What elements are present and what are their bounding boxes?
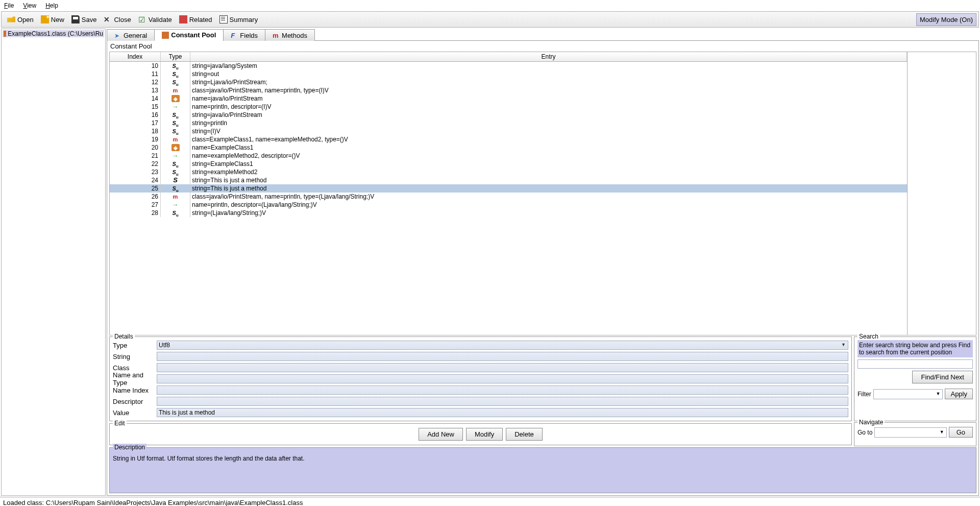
table-side-gap <box>908 52 976 335</box>
open-icon <box>7 15 15 23</box>
close-button[interactable]: Close <box>100 13 134 26</box>
delete-button[interactable]: Delete <box>506 428 543 441</box>
menubar: File View Help <box>0 0 980 11</box>
row-index: 11 <box>110 70 161 78</box>
table-row[interactable]: 14name=java/io/PrintStream <box>110 94 907 103</box>
apply-button[interactable]: Apply <box>945 389 973 399</box>
add-new-button[interactable]: Add New <box>419 428 463 441</box>
row-entry: class=java/io/PrintStream, name=println,… <box>190 192 907 201</box>
search-input[interactable] <box>857 359 973 369</box>
header-entry[interactable]: Entry <box>190 52 907 61</box>
row-type <box>161 143 190 152</box>
table-row[interactable]: 20name=ExampleClass1 <box>110 143 907 152</box>
class-icon <box>4 31 6 37</box>
new-button[interactable]: New <box>37 13 68 26</box>
row-type <box>161 70 190 78</box>
description-label: Description <box>113 444 146 451</box>
close-icon <box>104 15 112 23</box>
name-index-field[interactable] <box>157 385 848 395</box>
row-type <box>161 103 190 111</box>
details-label: Details <box>113 333 135 340</box>
tab-fields[interactable]: Fields <box>223 29 265 41</box>
save-icon <box>71 15 80 23</box>
tab-methods[interactable]: Methods <box>265 29 315 41</box>
open-button[interactable]: Open <box>4 13 37 26</box>
search-label: Search <box>857 333 880 340</box>
search-hint: Enter search string below and press Find… <box>857 340 973 357</box>
tree-item[interactable]: ExampleClass1.class (C:\Users\Ru <box>3 30 104 37</box>
table-row[interactable]: 17string=println <box>110 119 907 127</box>
find-button[interactable]: Find/Find Next <box>912 371 973 383</box>
type-icon <box>172 144 180 151</box>
descriptor-field[interactable] <box>157 397 848 406</box>
go-button[interactable]: Go <box>949 427 973 438</box>
value-label: Value <box>113 409 157 417</box>
table-row[interactable]: 24string=This is just a method <box>110 176 907 184</box>
filter-combo[interactable] <box>873 389 943 399</box>
save-button[interactable]: Save <box>68 13 101 26</box>
row-type <box>161 94 190 103</box>
general-icon <box>114 32 121 39</box>
table-row[interactable]: 10string=java/lang/System <box>110 62 907 70</box>
file-tree[interactable]: ExampleClass1.class (C:\Users\Ru <box>1 29 106 496</box>
table-row[interactable]: 21name=exampleMethod2, descriptor=()V <box>110 152 907 160</box>
table-row[interactable]: 26class=java/io/PrintStream, name=printl… <box>110 192 907 201</box>
table-row[interactable]: 19class=ExampleClass1, name=exampleMetho… <box>110 135 907 143</box>
goto-combo[interactable] <box>874 427 946 438</box>
constant-pool-table[interactable]: Index Type Entry 10string=java/lang/Syst… <box>109 52 908 335</box>
type-icon <box>172 103 180 110</box>
row-index: 24 <box>110 176 161 184</box>
row-type <box>161 209 190 217</box>
table-row[interactable]: 13class=java/io/PrintStream, name=printl… <box>110 86 907 94</box>
menu-view[interactable]: View <box>23 2 36 9</box>
row-entry: string=Ljava/io/PrintStream; <box>190 78 907 86</box>
table-row[interactable]: 15name=println, descriptor=(I)V <box>110 103 907 111</box>
name-and-type-field[interactable] <box>157 374 848 383</box>
status-bar: Loaded class: C:\Users\Rupam Saini\IdeaP… <box>0 497 980 506</box>
summary-button[interactable]: Summary <box>216 13 262 26</box>
row-type <box>161 201 190 209</box>
check-icon <box>138 15 146 23</box>
navigate-label: Navigate <box>857 419 885 426</box>
table-row[interactable]: 27name=println, descriptor=(Ljava/lang/S… <box>110 201 907 209</box>
tab-general[interactable]: General <box>107 29 155 41</box>
row-entry: string=This is just a method <box>190 176 907 184</box>
table-row[interactable]: 23string=exampleMethod2 <box>110 168 907 176</box>
modify-button[interactable]: Modify <box>466 428 503 441</box>
edit-label: Edit <box>113 420 127 427</box>
modify-mode-button[interactable]: Modify Mode (On) <box>916 13 976 26</box>
string-field[interactable] <box>157 352 848 361</box>
summary-icon <box>219 15 228 23</box>
menu-help[interactable]: Help <box>45 2 58 9</box>
row-entry: string=out <box>190 70 907 78</box>
tabs: General Constant Pool Fields Methods <box>107 29 979 41</box>
methods-icon <box>273 32 280 39</box>
type-icon <box>172 62 180 69</box>
row-index: 27 <box>110 201 161 209</box>
table-row[interactable]: 12string=Ljava/io/PrintStream; <box>110 78 907 86</box>
table-row[interactable]: 16string=java/io/PrintStream <box>110 111 907 119</box>
table-row[interactable]: 11string=out <box>110 70 907 78</box>
name-index-label: Name Index <box>113 387 157 394</box>
class-field[interactable] <box>157 363 848 372</box>
table-row[interactable]: 25string=This is just a method <box>110 184 907 192</box>
row-entry: class=java/io/PrintStream, name=println,… <box>190 86 907 94</box>
menu-file[interactable]: File <box>4 2 14 9</box>
new-icon <box>41 15 49 23</box>
row-index: 12 <box>110 78 161 86</box>
related-button[interactable]: Related <box>176 13 216 26</box>
value-field[interactable]: This is just a method <box>157 408 848 417</box>
table-row[interactable]: 18string=(I)V <box>110 127 907 135</box>
row-type <box>161 176 190 184</box>
table-row[interactable]: 22string=ExampleClass1 <box>110 160 907 168</box>
row-entry: name=ExampleClass1 <box>190 143 907 152</box>
tab-constant-pool[interactable]: Constant Pool <box>154 29 224 41</box>
type-combo[interactable]: Utf8 <box>157 341 848 350</box>
validate-button[interactable]: Validate <box>135 13 176 26</box>
description-panel: Description String in Utf format. Utf fo… <box>109 447 976 493</box>
row-index: 26 <box>110 192 161 201</box>
header-type[interactable]: Type <box>161 52 190 61</box>
header-index[interactable]: Index <box>110 52 161 61</box>
string-label: String <box>113 353 157 360</box>
table-row[interactable]: 28string=(Ljava/lang/String;)V <box>110 209 907 217</box>
